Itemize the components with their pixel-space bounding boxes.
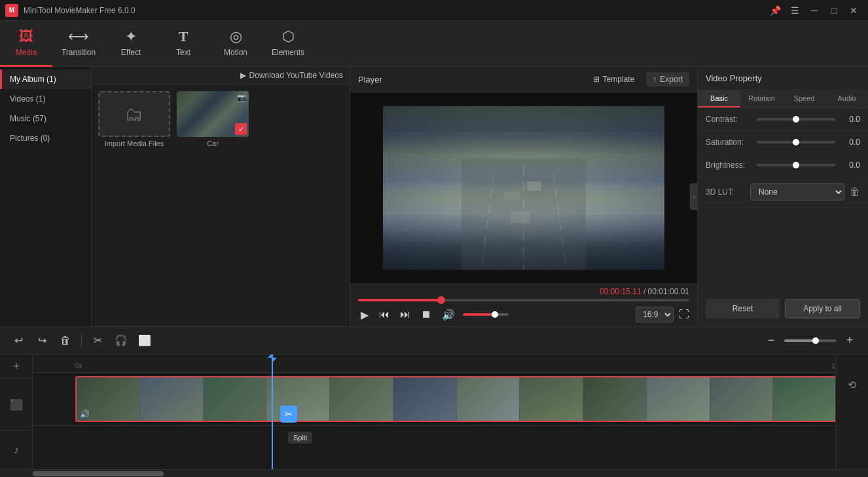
sidebar-item-music[interactable]: Music (57) xyxy=(0,109,91,128)
clip-frame-6 xyxy=(393,377,457,421)
media-icon: 🖼 xyxy=(19,28,33,45)
check-badge-icon: ✓ xyxy=(235,123,247,135)
toolbar-elements-label: Elements xyxy=(272,48,304,57)
menu-button[interactable]: ☰ xyxy=(786,3,804,18)
tab-speed[interactable]: Speed xyxy=(783,90,825,107)
toolbar-elements[interactable]: ⬡ Elements xyxy=(262,21,314,67)
skip-back-button[interactable]: ⏮ xyxy=(376,307,392,322)
time-separator: / xyxy=(643,287,648,296)
brightness-row: Brightness: 0.0 xyxy=(698,154,868,177)
album-sidebar: My Album (1) Videos (1) Music (57) Pictu… xyxy=(0,67,350,326)
split-tooltip: Split xyxy=(288,432,312,444)
scrollbar-thumb[interactable] xyxy=(33,471,164,476)
toolbar-transition[interactable]: ⟷ Transition xyxy=(52,21,105,67)
progress-bar[interactable] xyxy=(358,299,689,301)
delete-button[interactable]: 🗑 xyxy=(55,332,76,350)
undo-button[interactable]: ↩ xyxy=(8,332,29,350)
zoom-slider[interactable] xyxy=(784,339,837,342)
media-grid: 🗂 Import Media Files 📷 ✓ Car xyxy=(92,85,350,154)
lut-delete-button[interactable]: 🗑 xyxy=(850,186,860,198)
clip-frame-2 xyxy=(140,377,204,421)
playhead[interactable] xyxy=(272,354,273,469)
contrast-thumb xyxy=(793,116,799,123)
skip-forward-button[interactable]: ⏭ xyxy=(397,307,413,322)
collapse-panel-button[interactable]: › xyxy=(690,183,698,210)
import-media-item[interactable]: 🗂 Import Media Files xyxy=(98,91,170,147)
player-header-buttons: ⊞ Template ↑ Export xyxy=(587,72,689,86)
media-content: ▶ Download YouTube Videos 🗂 Import Media… xyxy=(92,67,350,326)
crop-button[interactable]: ⬜ xyxy=(134,332,155,350)
toolbar-text-label: Text xyxy=(176,48,190,57)
toolbar-motion-label: Motion xyxy=(224,48,247,57)
car-video-thumb: 📷 ✓ xyxy=(177,91,249,137)
tab-audio[interactable]: Audio xyxy=(825,90,868,107)
clip-frame-5 xyxy=(330,377,393,421)
zoom-in-button[interactable]: + xyxy=(839,332,860,350)
transition-icon: ⟷ xyxy=(68,28,89,45)
timeline-area: ↩ ↪ 🗑 ✂ 🎧 ⬜ − + + ⬛ ♪ xyxy=(0,326,868,477)
aspect-ratio-select[interactable]: 16:9 4:3 1:1 xyxy=(636,307,674,322)
toolbar-motion[interactable]: ◎ Motion xyxy=(209,21,262,67)
contrast-slider[interactable] xyxy=(757,118,835,121)
video-track-button[interactable]: ⬛ xyxy=(0,379,33,430)
lut-label: 3D LUT: xyxy=(706,187,745,197)
audio-track-button[interactable]: ♪ xyxy=(0,430,33,469)
tab-basic[interactable]: Basic xyxy=(698,90,740,107)
zoom-thumb xyxy=(812,337,819,344)
contrast-label: Contrast: xyxy=(706,115,751,124)
sidebar-item-videos[interactable]: Videos (1) xyxy=(0,89,91,109)
fullscreen-button[interactable]: ⛶ xyxy=(679,309,689,320)
brightness-slider[interactable] xyxy=(757,164,835,166)
download-youtube-button[interactable]: ▶ Download YouTube Videos xyxy=(240,71,343,80)
toolbar-text[interactable]: T Text xyxy=(157,21,209,67)
reset-button[interactable]: Reset xyxy=(706,299,780,318)
zoom-controls: − + xyxy=(761,332,860,350)
saturation-value: 0.0 xyxy=(841,138,860,147)
video-clip[interactable]: 🔊 xyxy=(75,376,835,422)
left-panel: My Album (1) Videos (1) Music (57) Pictu… xyxy=(0,67,350,326)
timeline-right-button[interactable]: ⟲ xyxy=(841,373,864,396)
brightness-thumb xyxy=(793,162,799,168)
volume-slider[interactable] xyxy=(463,313,509,316)
clip-frame-10 xyxy=(647,377,710,421)
lut-row: 3D LUT: None 🗑 xyxy=(698,177,868,208)
add-track-button[interactable]: + xyxy=(0,354,33,379)
zoom-out-button[interactable]: − xyxy=(761,332,782,350)
pin-button[interactable]: 📌 xyxy=(766,3,784,18)
apply-to-all-button[interactable]: Apply to all xyxy=(785,299,860,318)
redo-button[interactable]: ↪ xyxy=(31,332,52,350)
sidebar-item-pictures[interactable]: Pictures (0) xyxy=(0,128,91,148)
split-button[interactable]: ✂ xyxy=(280,406,297,423)
play-button[interactable]: ▶ xyxy=(358,307,371,322)
player-label: Player xyxy=(358,75,382,85)
car-media-item[interactable]: 📷 ✓ Car xyxy=(177,91,249,147)
timeline-tracks: 0s 1m xyxy=(33,354,835,469)
saturation-slider[interactable] xyxy=(757,141,835,143)
camera-badge-icon: 📷 xyxy=(237,93,247,102)
toolbar-effect[interactable]: ✦ Effect xyxy=(105,21,157,67)
stop-button[interactable]: ⏹ xyxy=(418,307,434,322)
video-track: 🔊 ✂ Split xyxy=(33,373,835,425)
saturation-row: Saturation: 0.0 xyxy=(698,131,868,154)
sidebar-item-myalbum[interactable]: My Album (1) xyxy=(0,69,91,89)
minimize-button[interactable]: ─ xyxy=(805,3,823,18)
lut-select[interactable]: None xyxy=(750,183,844,200)
effect-icon: ✦ xyxy=(125,28,137,45)
export-button[interactable]: ↑ Export xyxy=(646,72,689,86)
toolbar-media[interactable]: 🖼 Media xyxy=(0,21,52,67)
media-header: ▶ Download YouTube Videos xyxy=(92,67,350,85)
time-current: 00:00:15.11 xyxy=(600,287,641,296)
timeline-scrollbar[interactable] xyxy=(0,469,868,477)
close-button[interactable]: ✕ xyxy=(844,3,863,18)
audio-button[interactable]: 🎧 xyxy=(111,332,132,350)
car-media-label: Car xyxy=(207,140,219,147)
timeline-ruler: 0s 1m xyxy=(33,354,835,373)
toolbar-effect-label: Effect xyxy=(121,48,141,57)
tab-rotation[interactable]: Rotation xyxy=(740,90,783,107)
maximize-button[interactable]: □ xyxy=(825,3,843,18)
cut-button[interactable]: ✂ xyxy=(87,332,108,350)
clip-frame-3 xyxy=(204,377,267,421)
volume-button[interactable]: 🔊 xyxy=(439,307,458,322)
time-display: 00:00:15.11 / 00:01:00.01 xyxy=(600,287,689,296)
template-button[interactable]: ⊞ Template xyxy=(587,72,642,86)
